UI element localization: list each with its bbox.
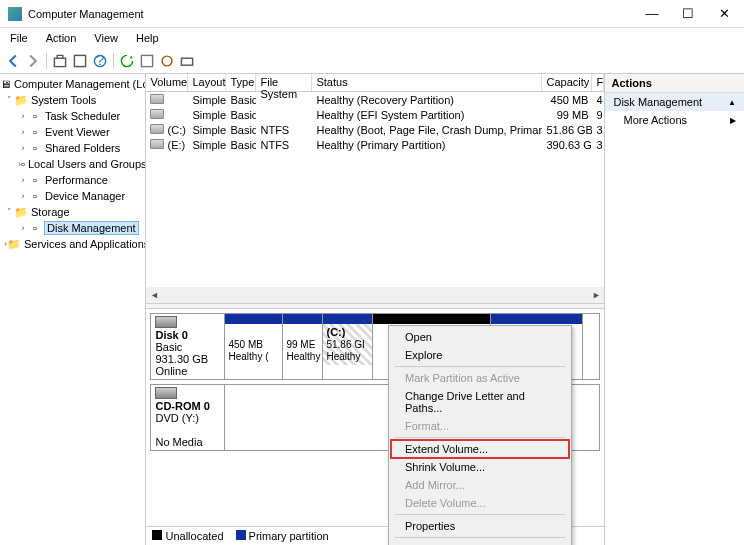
volume-row[interactable]: SimpleBasicHealthy (Recovery Partition)4…	[146, 92, 604, 107]
svg-text:?: ?	[96, 54, 105, 68]
volume-icon	[150, 124, 164, 134]
tree-item[interactable]: ›▫Device Manager	[0, 188, 145, 204]
item-icon: ▫	[28, 174, 42, 186]
partition-stripe	[283, 314, 322, 324]
context-menu-item: Delete Volume...	[391, 494, 569, 512]
item-icon: ▫	[28, 190, 42, 202]
col-capacity[interactable]: Capacity	[542, 74, 592, 91]
tree-item[interactable]: ›▫Disk Management	[0, 220, 145, 236]
menu-action[interactable]: Action	[42, 30, 81, 46]
scroll-right[interactable]: ►	[588, 290, 604, 300]
tree-group[interactable]: ›📁Services and Applications	[0, 236, 145, 252]
expand-icon[interactable]: ›	[18, 223, 28, 233]
actions-section[interactable]: Disk Management ▲	[605, 93, 744, 111]
up-button[interactable]	[51, 52, 69, 70]
tree-item[interactable]: ›▫Shared Folders	[0, 140, 145, 156]
svg-rect-1	[74, 55, 85, 66]
chevron-right-icon: ▶	[730, 116, 736, 125]
volume-icon	[150, 109, 164, 119]
volume-list-header[interactable]: Volume Layout Type File System Status Ca…	[146, 74, 604, 92]
volume-icon	[150, 94, 164, 104]
menu-file[interactable]: File	[6, 30, 32, 46]
item-icon: ▫	[28, 110, 42, 122]
expand-icon[interactable]: ˅	[4, 207, 14, 217]
tree-item[interactable]: ›▫Task Scheduler	[0, 108, 145, 124]
navigation-tree[interactable]: 🖥 Computer Management (Local) ˅📁System T…	[0, 74, 146, 545]
item-icon: ▫	[28, 126, 42, 138]
expand-icon[interactable]: ›	[18, 143, 28, 153]
close-button[interactable]: ✕	[712, 4, 736, 24]
context-menu-item[interactable]: Properties	[391, 517, 569, 535]
tool-button-1[interactable]	[138, 52, 156, 70]
tree-root[interactable]: 🖥 Computer Management (Local)	[0, 76, 145, 92]
help-button[interactable]: ?	[91, 52, 109, 70]
expand-icon[interactable]: ˅	[4, 95, 14, 105]
col-type[interactable]: Type	[226, 74, 256, 91]
tool-button-3[interactable]	[178, 52, 196, 70]
maximize-button[interactable]: ☐	[676, 4, 700, 24]
menubar: File Action View Help	[0, 28, 744, 48]
context-menu-item[interactable]: Extend Volume...	[391, 440, 569, 458]
expand-icon[interactable]: ›	[18, 127, 28, 137]
context-menu-item: Format...	[391, 417, 569, 435]
disk-info[interactable]: CD-ROM 0DVD (Y:)No Media	[151, 385, 225, 450]
col-volume[interactable]: Volume	[146, 74, 188, 91]
volume-row[interactable]: (C:)SimpleBasicNTFSHealthy (Boot, Page F…	[146, 122, 604, 137]
item-icon: ▫	[28, 142, 42, 154]
toolbar: ?	[0, 48, 744, 74]
context-menu-item[interactable]: Shrink Volume...	[391, 458, 569, 476]
tree-item[interactable]: ›▫Performance	[0, 172, 145, 188]
svg-rect-0	[54, 58, 65, 66]
actions-pane: Actions Disk Management ▲ More Actions ▶	[605, 74, 744, 545]
disk-icon	[155, 316, 177, 328]
partition-stripe	[323, 314, 372, 324]
svg-rect-4	[141, 55, 152, 66]
volume-list[interactable]: SimpleBasicHealthy (Recovery Partition)4…	[146, 92, 604, 287]
titlebar: Computer Management — ☐ ✕	[0, 0, 744, 28]
disk-icon	[155, 387, 177, 399]
computer-icon: 🖥	[0, 78, 11, 90]
minimize-button[interactable]: —	[640, 4, 664, 24]
menu-view[interactable]: View	[90, 30, 122, 46]
app-icon	[8, 7, 22, 21]
item-icon: ▫	[21, 158, 25, 170]
context-menu-item: Mark Partition as Active	[391, 369, 569, 387]
folder-icon: 📁	[14, 94, 28, 106]
properties-button[interactable]	[71, 52, 89, 70]
scroll-left[interactable]: ◄	[146, 290, 162, 300]
legend-swatch-primary	[236, 530, 246, 540]
back-button[interactable]	[4, 52, 22, 70]
col-free[interactable]: F	[592, 74, 604, 91]
context-menu-item[interactable]: Change Drive Letter and Paths...	[391, 387, 569, 417]
col-filesystem[interactable]: File System	[256, 74, 312, 91]
expand-icon[interactable]: ›	[18, 191, 28, 201]
svg-point-5	[162, 56, 172, 66]
tree-item[interactable]: ›▫Event Viewer	[0, 124, 145, 140]
col-status[interactable]: Status	[312, 74, 542, 91]
context-menu-item[interactable]: Explore	[391, 346, 569, 364]
disk-info[interactable]: Disk 0Basic931.30 GBOnline	[151, 314, 225, 379]
partition[interactable]: 99 MEHealthy	[283, 314, 323, 379]
forward-button[interactable]	[24, 52, 42, 70]
tree-group[interactable]: ˅📁System Tools	[0, 92, 145, 108]
tree-group[interactable]: ˅📁Storage	[0, 204, 145, 220]
context-menu-item[interactable]: Help	[391, 540, 569, 545]
partition[interactable]: 450 MBHealthy (	[225, 314, 283, 379]
context-menu-item: Add Mirror...	[391, 476, 569, 494]
folder-icon: 📁	[14, 206, 28, 218]
expand-icon[interactable]: ›	[18, 111, 28, 121]
volume-row[interactable]: SimpleBasicHealthy (EFI System Partition…	[146, 107, 604, 122]
context-menu[interactable]: OpenExploreMark Partition as ActiveChang…	[388, 325, 572, 545]
tool-button-2[interactable]	[158, 52, 176, 70]
refresh-button[interactable]	[118, 52, 136, 70]
partition-stripe	[373, 314, 490, 324]
expand-icon[interactable]: ›	[18, 175, 28, 185]
tree-item[interactable]: ›▫Local Users and Groups	[0, 156, 145, 172]
menu-help[interactable]: Help	[132, 30, 163, 46]
volume-row[interactable]: (E:)SimpleBasicNTFSHealthy (Primary Part…	[146, 137, 604, 152]
col-layout[interactable]: Layout	[188, 74, 226, 91]
actions-more[interactable]: More Actions ▶	[605, 111, 744, 129]
context-menu-item[interactable]: Open	[391, 328, 569, 346]
horizontal-scrollbar[interactable]: ◄ ►	[146, 287, 604, 303]
partition[interactable]: (C:)51.86 GIHealthy	[323, 314, 373, 379]
